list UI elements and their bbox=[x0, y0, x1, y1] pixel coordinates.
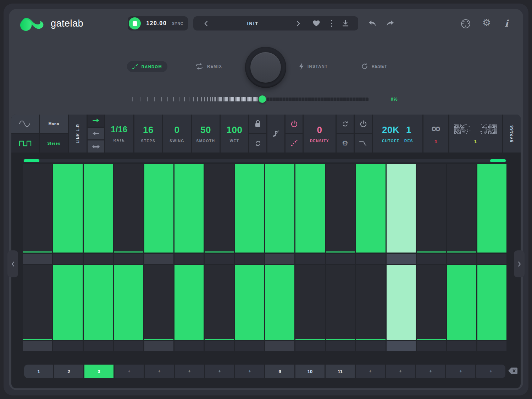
step-column-9[interactable] bbox=[265, 164, 294, 253]
reroll-button[interactable] bbox=[249, 134, 266, 153]
step-column-4[interactable] bbox=[114, 265, 143, 340]
gate-bar[interactable] bbox=[477, 265, 506, 340]
preset-prev-button[interactable] bbox=[204, 21, 208, 27]
gate-bar[interactable] bbox=[174, 265, 204, 340]
pattern-slot-11[interactable]: 11 bbox=[326, 365, 355, 378]
link-lr-button[interactable]: LINK L-R bbox=[69, 115, 87, 153]
pattern-slot-1[interactable]: 1 bbox=[24, 365, 53, 378]
step-column-7[interactable] bbox=[205, 265, 234, 340]
step-column-8[interactable] bbox=[235, 265, 264, 340]
step-column-5[interactable] bbox=[144, 265, 173, 340]
filter-settings-gear-icon[interactable]: ⚙ bbox=[337, 134, 354, 153]
gate-bar[interactable] bbox=[174, 164, 204, 253]
density-random-button[interactable] bbox=[286, 134, 303, 153]
gate-bar[interactable] bbox=[447, 265, 476, 340]
step-column-9[interactable] bbox=[265, 265, 294, 340]
smooth-cell[interactable]: 50 SMOOTH bbox=[192, 115, 220, 153]
stop-button[interactable] bbox=[129, 17, 141, 29]
instant-button[interactable]: INSTANT bbox=[299, 63, 328, 70]
pattern-slot-2[interactable]: 2 bbox=[54, 365, 83, 378]
loop-timeline[interactable] bbox=[23, 159, 506, 162]
gate-bar-playhead[interactable] bbox=[387, 265, 416, 340]
filter-refresh-button[interactable] bbox=[337, 115, 354, 133]
rate-cell[interactable]: 1/16 RATE bbox=[105, 115, 133, 153]
step-column-6[interactable] bbox=[174, 164, 204, 253]
direction-pingpong-button[interactable] bbox=[88, 140, 104, 153]
delete-pattern-backspace-icon[interactable] bbox=[508, 367, 518, 376]
step-column-11[interactable] bbox=[326, 164, 355, 253]
step-column-11[interactable] bbox=[326, 265, 355, 340]
gate-bar[interactable] bbox=[295, 164, 325, 253]
pattern-slot-14[interactable]: + bbox=[416, 365, 445, 378]
direction-forward-button[interactable] bbox=[88, 115, 104, 127]
swing-cell[interactable]: 0 SWING bbox=[163, 115, 191, 153]
step-column-16[interactable] bbox=[477, 265, 506, 340]
slider-handle[interactable] bbox=[259, 95, 266, 103]
preset-name[interactable]: INIT bbox=[228, 21, 278, 26]
step-column-10[interactable] bbox=[295, 164, 325, 253]
gate-bar[interactable] bbox=[235, 265, 264, 340]
cutoff-control[interactable]: 20K CUTOFF bbox=[382, 124, 399, 143]
slider-track[interactable] bbox=[267, 98, 369, 101]
pattern-slot-3[interactable]: 3 bbox=[84, 365, 113, 378]
step-column-1[interactable] bbox=[23, 265, 52, 340]
gate-bar[interactable] bbox=[53, 164, 82, 253]
gate-bar[interactable] bbox=[84, 265, 113, 340]
pattern-slot-7[interactable]: + bbox=[205, 365, 234, 378]
pattern-slot-9[interactable]: 9 bbox=[265, 365, 294, 378]
step-column-13[interactable] bbox=[387, 164, 416, 253]
res-control[interactable]: 1 RES bbox=[404, 124, 413, 143]
pattern-slot-4[interactable]: + bbox=[115, 365, 144, 378]
step-column-6[interactable] bbox=[174, 265, 204, 340]
step-column-2[interactable] bbox=[53, 164, 82, 253]
gate-bar[interactable] bbox=[53, 265, 82, 340]
gate-bar[interactable] bbox=[114, 265, 143, 340]
gate-bar[interactable] bbox=[144, 164, 173, 253]
pattern-slot-15[interactable]: + bbox=[446, 365, 475, 378]
page-left-button[interactable] bbox=[7, 250, 18, 277]
note-off-button[interactable] bbox=[267, 115, 284, 153]
pattern-slot-10[interactable]: 10 bbox=[295, 365, 325, 378]
noise-morph-cell[interactable]: 1 bbox=[449, 115, 502, 153]
step-column-12[interactable] bbox=[356, 265, 385, 340]
preset-menu-kebab-icon[interactable] bbox=[331, 20, 333, 27]
loop-start-marker[interactable] bbox=[24, 159, 39, 162]
loop-end-marker[interactable] bbox=[490, 159, 506, 162]
step-column-13[interactable] bbox=[387, 265, 416, 340]
filter-power-button[interactable] bbox=[355, 115, 372, 133]
density-cell[interactable]: 0 DENSITY bbox=[304, 115, 336, 153]
direction-backward-button[interactable] bbox=[88, 128, 104, 140]
step-column-5[interactable] bbox=[144, 164, 173, 253]
undo-button[interactable] bbox=[368, 20, 377, 27]
sync-toggle[interactable]: SYNC bbox=[172, 22, 183, 26]
step-column-15[interactable] bbox=[447, 164, 476, 253]
random-button[interactable]: RANDOM bbox=[127, 61, 167, 72]
step-column-4[interactable] bbox=[114, 164, 143, 253]
settings-gear-icon[interactable]: ⚙ bbox=[482, 18, 491, 28]
step-column-2[interactable] bbox=[53, 265, 82, 340]
pattern-slot-5[interactable]: + bbox=[145, 365, 174, 378]
step-column-15[interactable] bbox=[447, 265, 476, 340]
save-download-icon[interactable] bbox=[342, 20, 349, 27]
sine-wave-button[interactable] bbox=[11, 115, 39, 133]
step-column-14[interactable] bbox=[417, 164, 446, 253]
gate-bar[interactable] bbox=[235, 164, 264, 253]
gate-bar[interactable] bbox=[265, 265, 294, 340]
step-column-3[interactable] bbox=[84, 164, 113, 253]
gate-bar-playhead[interactable] bbox=[387, 164, 416, 253]
pattern-slot-8[interactable]: + bbox=[235, 365, 264, 378]
step-column-7[interactable] bbox=[205, 164, 234, 253]
gate-bar[interactable] bbox=[84, 164, 113, 253]
step-column-12[interactable] bbox=[356, 164, 385, 253]
bpm-display[interactable]: 120.00 bbox=[141, 20, 172, 27]
step-column-14[interactable] bbox=[417, 265, 446, 340]
midi-icon[interactable] bbox=[461, 19, 471, 29]
lowpass-curve-button[interactable] bbox=[355, 134, 372, 153]
bypass-button[interactable]: BYPASS bbox=[503, 115, 521, 153]
pattern-slot-16[interactable]: + bbox=[476, 365, 505, 378]
gate-bar[interactable] bbox=[356, 164, 385, 253]
redo-button[interactable] bbox=[386, 20, 394, 27]
favorite-heart-icon[interactable] bbox=[313, 20, 320, 27]
step-column-1[interactable] bbox=[23, 164, 52, 253]
preset-next-button[interactable] bbox=[296, 21, 300, 27]
